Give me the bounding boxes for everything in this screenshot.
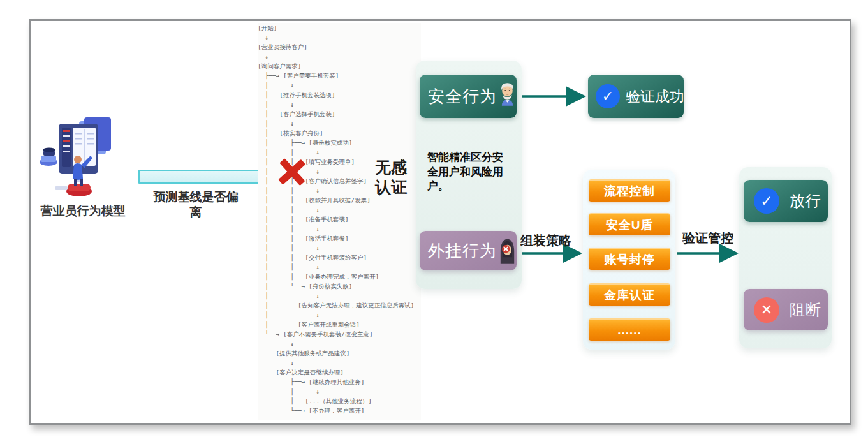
slide-canvas: 营业员行为模型 预测基线是否偏离 [开始] ↓ [营业员接待客户] ↓ [询问客…: [0, 0, 868, 444]
verify-success-label: 验证成功: [626, 87, 684, 107]
safe-user-avatar-icon: [498, 76, 517, 112]
block-label: 阻断: [790, 300, 821, 320]
hooded-attacker-avatar-icon: [498, 232, 517, 270]
verify-control-label: 验证管控: [682, 230, 733, 247]
classify-description: 智能精准区分安全用户和风险用户。: [427, 151, 511, 194]
strategy-button: 流程控制: [589, 179, 670, 202]
risk-behavior-label: 外挂行为: [420, 240, 497, 262]
strategy-button: 金库认证: [589, 283, 670, 306]
strategy-button: 账号封停: [589, 248, 670, 270]
strategy-button: 安全U盾: [589, 213, 670, 235]
allow-box: ✓ 放行: [744, 180, 828, 222]
model-label: 营业员行为模型: [32, 203, 134, 219]
deviation-x-icon: [278, 158, 306, 186]
behavior-model-illustration: [40, 115, 117, 202]
strategy-button: ......: [589, 318, 670, 341]
safe-behavior-box: 安全行为: [420, 75, 517, 118]
allow-check-icon: ✓: [754, 188, 779, 214]
success-check-icon: ✓: [596, 84, 620, 108]
allow-label: 放行: [790, 191, 821, 211]
block-cross-icon: ✕: [754, 297, 779, 323]
seamless-auth-label: 无感认证: [375, 158, 411, 196]
block-box: ✕ 阻断: [744, 289, 828, 330]
verify-success-box: ✓ 验证成功: [588, 75, 684, 118]
business-flowchart: [开始] ↓ [营业员接待客户] ↓ [询问客户需求] ├──→ [客户需要手机…: [258, 23, 421, 420]
prediction-arrow-label: 预测基线是否偏离: [148, 189, 244, 220]
safe-behavior-label: 安全行为: [420, 85, 497, 108]
risk-behavior-box: 外挂行为: [420, 231, 517, 270]
flowchart-text: [开始] ↓ [营业员接待客户] ↓ [询问客户需求] ├──→ [客户需要手机…: [258, 23, 421, 415]
assemble-strategy-label: 组装策略: [520, 232, 571, 249]
